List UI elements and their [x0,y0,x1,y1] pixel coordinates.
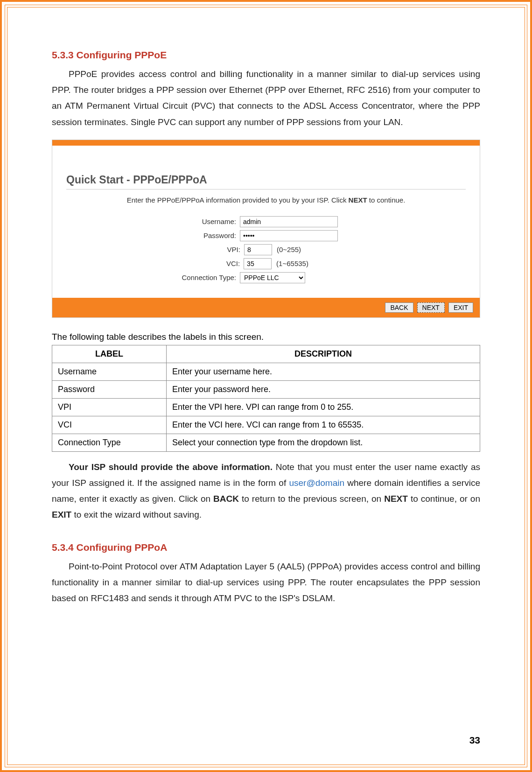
quickstart-screenshot: Quick Start - PPPoE/PPPoA Enter the PPPo… [52,140,480,318]
after-bold-next: NEXT [384,494,408,504]
th-desc: DESCRIPTION [167,345,480,363]
back-button[interactable]: BACK [385,302,413,313]
cell-desc: Enter your password here. [167,380,480,398]
cell-desc: Enter the VCI here. VCI can range from 1… [167,416,480,434]
paragraph-pppoa: Point-to-Point Protocol over ATM Adaptat… [52,559,480,607]
after-part5: to exit the wizard without saving. [71,510,202,519]
wizard-button-bar: BACK NEXT EXIT [52,298,480,317]
vpi-field[interactable] [244,244,272,255]
label-conntype: Connection Type: [119,274,240,281]
vci-field[interactable] [244,258,272,269]
exit-button[interactable]: EXIT [448,302,473,313]
cell-desc: Enter your username here. [167,363,480,380]
label-password: Password: [119,232,240,239]
table-intro: The following table describes the labels… [52,332,480,342]
after-table-paragraph: Your ISP should provide the above inform… [52,459,480,523]
shot-top-bar [52,140,480,146]
connection-type-select[interactable]: PPPoE LLC [240,272,305,283]
cell-label: Connection Type [52,434,167,451]
table-row: VCI Enter the VCI here. VCI can range fr… [52,416,480,434]
after-part4: to continue, or on [408,494,480,504]
table-row: Password Enter your password here. [52,380,480,398]
table-row: Username Enter your username here. [52,363,480,380]
label-vpi: VPI: [124,246,244,253]
username-field[interactable] [240,216,338,227]
label-username: Username: [119,218,240,225]
instr-post: to continue. [367,196,406,204]
after-bold-exit: EXIT [52,510,71,519]
table-row: Connection Type Select your connection t… [52,434,480,451]
after-bold1: Your ISP should provide the above inform… [69,462,273,472]
description-table: LABEL DESCRIPTION Username Enter your us… [52,345,480,452]
cell-label: VPI [52,398,167,416]
quickstart-instruction: Enter the PPPoE/PPPoA information provid… [66,196,466,204]
quickstart-title: Quick Start - PPPoE/PPPoA [66,174,466,189]
user-domain-link[interactable]: user@domain [289,478,344,488]
cell-label: Username [52,363,167,380]
th-label: LABEL [52,345,167,363]
cell-label: VCI [52,416,167,434]
next-button[interactable]: NEXT [417,302,445,313]
password-field[interactable] [240,230,338,241]
cell-desc: Select your connection type from the dro… [167,434,480,451]
instr-pre: Enter the PPPoE/PPPoA information provid… [127,196,349,204]
section-heading-pppoa: 5.3.4 Configuring PPPoA [52,542,480,553]
hint-vci: (1~65535) [276,260,308,267]
instr-bold: NEXT [349,196,367,204]
section-heading-pppoe: 5.3.3 Configuring PPPoE [52,49,480,61]
hint-vpi: (0~255) [277,246,301,253]
label-vci: VCI: [123,260,244,267]
after-part3: to return to the previous screen, on [239,494,384,504]
cell-desc: Enter the VPI here. VPI can range from 0… [167,398,480,416]
page-number: 33 [469,735,480,746]
cell-label: Password [52,380,167,398]
after-bold-back: BACK [213,494,239,504]
table-row: VPI Enter the VPI here. VPI can range fr… [52,398,480,416]
paragraph-pppoe: PPPoE provides access control and billin… [52,66,480,130]
